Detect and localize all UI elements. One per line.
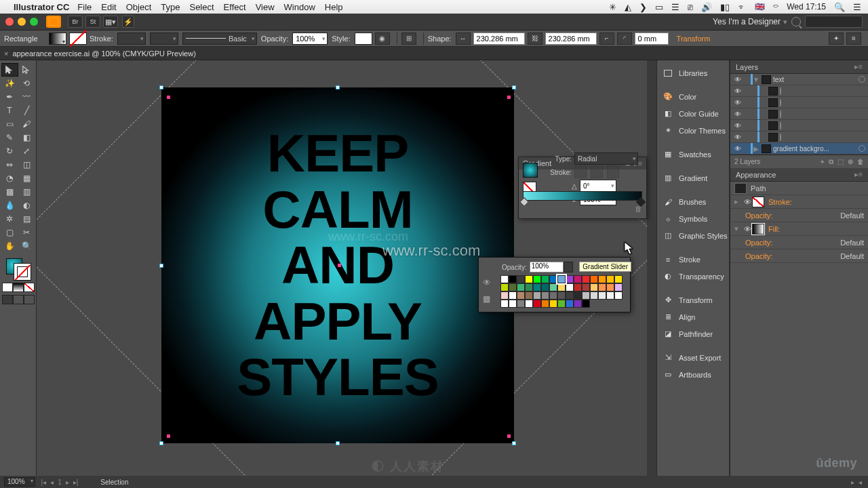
stroke-color[interactable] <box>14 264 31 280</box>
rotate-tool[interactable]: ↻ <box>1 144 18 158</box>
corner-radius-input[interactable]: 0 mm <box>635 33 669 45</box>
swatch-cell[interactable] <box>566 283 574 291</box>
corner-type-button[interactable]: ◜ <box>617 33 632 45</box>
window-controls[interactable] <box>5 18 38 26</box>
curvature-tool[interactable]: 〰 <box>18 90 35 104</box>
swatch-cell[interactable] <box>509 283 517 291</box>
popup-opacity-input[interactable]: 100% <box>530 262 564 272</box>
menu-view[interactable]: View <box>256 2 275 12</box>
menubar-flag-icon[interactable]: 🇬🇧 <box>755 2 765 12</box>
panel-color[interactable]: 🎨Color <box>657 88 729 105</box>
paintbrush-tool[interactable]: 🖌 <box>18 117 35 131</box>
appearance-tab[interactable]: Appearance▸≡ <box>730 168 868 182</box>
eyedropper-icon[interactable]: 👁 <box>483 278 491 287</box>
swatch-cell[interactable] <box>549 275 557 283</box>
menu-window[interactable]: Window <box>284 2 315 12</box>
artboard-nav[interactable]: |◂◂1▸▸| <box>39 479 81 486</box>
hand-tool[interactable]: ✋ <box>1 239 18 253</box>
selection-tool[interactable] <box>1 63 18 77</box>
menubar-clock[interactable]: Wed 17:15 <box>787 2 826 12</box>
menubar-wifi-2-icon[interactable]: ⌔ <box>773 2 778 12</box>
shape-width-input[interactable]: 230.286 mm <box>473 33 525 45</box>
appearance-stroke[interactable]: ▸👁Stroke: <box>730 195 868 209</box>
panel-libraries[interactable]: Libraries <box>657 64 729 81</box>
swatch-cell[interactable] <box>606 275 614 283</box>
perspective-tool[interactable]: ▦ <box>18 171 35 185</box>
opacity-input[interactable]: 100% <box>292 33 328 45</box>
swatch-cell[interactable] <box>533 283 541 291</box>
layers-tab[interactable]: Layers▸≡ <box>730 60 868 74</box>
swatch-cell[interactable] <box>606 291 614 300</box>
zoom-tool[interactable]: 🔍 <box>18 239 35 253</box>
selection-bounds[interactable] <box>161 87 514 443</box>
fill-swatch[interactable]: ▾ <box>49 33 66 45</box>
swatch-cell[interactable] <box>590 283 598 291</box>
screen-mode-buttons[interactable] <box>2 295 35 304</box>
layer-row[interactable]: 👁 <box>730 108 868 120</box>
free-transform-tool[interactable]: ◫ <box>18 158 35 171</box>
swatch-cell[interactable] <box>500 275 509 283</box>
menubar-spotlight-icon[interactable]: 🔍 <box>834 2 845 12</box>
menu-object[interactable]: Object <box>126 2 152 12</box>
swatch-cell[interactable] <box>557 283 566 291</box>
menubar-battery-icon[interactable]: ▮▯ <box>720 2 730 12</box>
menu-file[interactable]: File <box>77 2 92 12</box>
panel-swatches[interactable]: ▦Swatches <box>657 146 729 163</box>
shape-builder-tool[interactable]: ◔ <box>1 171 18 185</box>
panel-gradient[interactable]: ▥Gradient <box>657 169 729 186</box>
swatch-cell[interactable] <box>533 300 541 308</box>
vertical-scrollbar[interactable] <box>647 60 656 476</box>
panel-pathfinder[interactable]: ◪Pathfinder <box>657 325 729 342</box>
link-wh-button[interactable]: ⛓ <box>528 33 542 45</box>
swatch-cell[interactable] <box>517 275 525 283</box>
isolate-button[interactable]: ✦ <box>829 33 844 45</box>
eraser-tool[interactable]: ◧ <box>18 131 35 144</box>
menubar-extra-2[interactable]: ❯ <box>639 2 647 12</box>
gradient-slider[interactable] <box>523 191 642 201</box>
swatch-cell[interactable] <box>566 300 574 308</box>
swatch-cell[interactable] <box>500 300 509 308</box>
menu-effect[interactable]: Effect <box>224 2 246 12</box>
stroke-swatch[interactable] <box>69 33 87 45</box>
swatch-cell[interactable] <box>574 300 582 308</box>
menu-edit[interactable]: Edit <box>101 2 116 12</box>
zoom-combo[interactable]: 100% <box>4 477 35 487</box>
menu-select[interactable]: Select <box>189 2 214 12</box>
gradient-panel[interactable]: Gradient◂▸ ▸≡ Type:Radial Stroke: △0° ⟳1… <box>518 157 647 219</box>
swatch-cell[interactable] <box>549 283 557 291</box>
ctrl-menu-button[interactable]: ≡ <box>846 33 861 45</box>
pencil-tool[interactable]: ✎ <box>1 131 18 144</box>
swatch-cell[interactable] <box>500 283 509 291</box>
pen-tool[interactable]: ✒ <box>1 90 18 104</box>
appearance-stroke-opacity[interactable]: Opacity:Default <box>730 209 868 222</box>
swatch-cell[interactable] <box>525 300 533 308</box>
swatch-cell[interactable] <box>525 275 533 283</box>
layer-row[interactable]: 👁 <box>730 85 868 97</box>
swatch-cell[interactable] <box>557 275 566 283</box>
swatch-cell[interactable] <box>541 300 549 308</box>
menubar-display-icon[interactable]: ▭ <box>655 2 663 12</box>
appearance-path[interactable]: Path <box>730 182 868 195</box>
app-name[interactable]: Illustrator CC <box>14 2 69 12</box>
swatch-cell[interactable] <box>582 300 590 308</box>
menubar-cc-icon[interactable]: ◭ <box>625 2 631 12</box>
layer-row[interactable]: 👁▶gradient backgro... <box>730 143 868 155</box>
menubar-extra-4[interactable]: ⎚ <box>688 2 693 12</box>
swatch-cell[interactable] <box>509 275 517 283</box>
stroke-weight-input[interactable] <box>117 33 146 45</box>
type-tool[interactable]: T <box>1 104 18 117</box>
panel-graphic-styles[interactable]: ◫Graphic Styles <box>657 227 729 244</box>
swatch-cell[interactable] <box>590 291 598 300</box>
panel-stroke[interactable]: ≡Stroke <box>657 251 729 268</box>
panel-align[interactable]: ≣Align <box>657 308 729 325</box>
panel-symbols[interactable]: ⟐Symbols <box>657 210 729 227</box>
magic-wand-tool[interactable]: ✨ <box>1 77 18 90</box>
gradient-tool[interactable]: ▥ <box>18 185 35 199</box>
slice-tool[interactable]: ✂ <box>18 226 35 239</box>
swatch-cell[interactable] <box>582 275 590 283</box>
appearance-fill[interactable]: ▾👁Fill: <box>730 222 868 236</box>
bridge-button[interactable]: Br <box>68 16 83 28</box>
menubar-wifi-icon[interactable]: ᯤ <box>738 2 747 12</box>
panel-artboards[interactable]: ▭Artboards <box>657 366 729 383</box>
swatch-cell[interactable] <box>533 275 541 283</box>
